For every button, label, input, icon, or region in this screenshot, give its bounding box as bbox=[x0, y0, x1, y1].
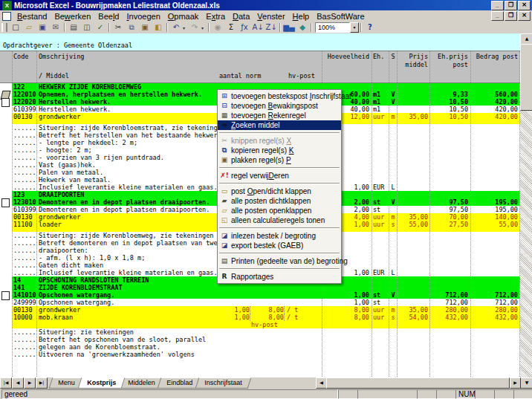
table-row[interactable]: 10000mob.kraan1,008,00/ t8,00uurs54,0043… bbox=[0, 314, 520, 321]
menu-separator bbox=[219, 132, 340, 134]
vertical-scroll-thumb[interactable] bbox=[520, 44, 532, 111]
context-menu-item-plakken-regel-s-p[interactable]: ▣plakken regel(s) P bbox=[218, 155, 341, 165]
cell-code: 249999 bbox=[13, 299, 37, 306]
horizontal-scroll-thumb[interactable] bbox=[326, 377, 510, 389]
chart-wizard-button[interactable]: ▆▄ bbox=[282, 22, 296, 33]
cell-omschrijving: Situering: zie tekeningen bbox=[39, 328, 321, 336]
print-preview-button[interactable]: ◫ bbox=[80, 22, 94, 33]
table-row[interactable]: hv-post bbox=[0, 321, 520, 328]
sheet-tab-label: Kostprijs bbox=[87, 378, 116, 387]
restore-button[interactable]: ❐ bbox=[505, 1, 517, 10]
save-button[interactable]: ▣ bbox=[36, 22, 49, 33]
help-button[interactable]: ? bbox=[363, 22, 377, 33]
function-button[interactable]: ƒx bbox=[238, 22, 251, 33]
cell-prijs-middel: 55,00 bbox=[398, 221, 428, 228]
context-menu-item-alleen-calculatieregels-tonen[interactable]: ◱alleen calculatieregels tonen bbox=[218, 215, 341, 225]
scroll-up-icon[interactable]: ▲ bbox=[520, 33, 532, 45]
scroll-down-icon[interactable]: ▼ bbox=[520, 377, 532, 389]
next-sheet-icon[interactable]: ▶ bbox=[24, 377, 36, 389]
cell-s: V bbox=[389, 291, 397, 299]
cell-code: 122010 bbox=[13, 91, 37, 98]
table-row[interactable]: ......Situering: zie tekeningen bbox=[0, 328, 520, 336]
new-button[interactable]: □ bbox=[9, 22, 22, 33]
paste-button[interactable]: ▣ bbox=[138, 22, 152, 33]
undo-button[interactable]: ↶ bbox=[169, 22, 183, 33]
map-button[interactable]: ◆ bbox=[296, 22, 309, 33]
menubar-item-bestand[interactable]: Bestand bbox=[13, 12, 51, 21]
cell-prijs-middel: 35,00 bbox=[398, 213, 428, 221]
header-omschrijving: Omschrijving bbox=[39, 53, 84, 60]
horizontal-scrollbar[interactable]: ◀ ▶ bbox=[316, 377, 520, 388]
menubar-item-opmaak[interactable]: Opmaak bbox=[164, 12, 203, 21]
menubar-item-invoegen[interactable]: Invoegen bbox=[123, 12, 163, 21]
menubar-item-bassoftware[interactable]: BasSoftWare bbox=[313, 12, 368, 21]
menubar-item-help[interactable]: Help bbox=[289, 12, 314, 21]
copy-button[interactable]: ⧉ bbox=[125, 22, 138, 33]
cell-s: s bbox=[389, 221, 397, 228]
toolbar-grip[interactable] bbox=[1, 23, 7, 32]
cell-code: ...... bbox=[13, 269, 37, 276]
zoom-dropdown-icon[interactable]: ▾ bbox=[350, 22, 359, 33]
context-menu-item-knippen-regel-s-x[interactable]: ✂knippen regel(s) X bbox=[218, 136, 341, 146]
context-menu-item-toevoegen-bestekspost-inschrijfstaat[interactable]: ⊞toevoegen bestekspost Inschrijfstaat bbox=[218, 91, 341, 101]
menubar-item-beeld[interactable]: Beeld bbox=[94, 12, 123, 21]
cut-button[interactable]: ✂ bbox=[111, 22, 125, 33]
context-menu-item-zoeken-middel[interactable]: ∞Zoeken middel bbox=[218, 120, 341, 130]
first-sheet-icon[interactable]: |◀ bbox=[0, 377, 12, 389]
context-menu-item-printen-gedeelte-van-de-begroting[interactable]: ▤Printen (gedeelte van de) begroting bbox=[218, 256, 341, 266]
context-menu-item-toevoegen-rekenregel[interactable]: ▦toevoegen Rekenregel bbox=[218, 111, 341, 120]
undo-dropdown-icon[interactable]: ▾ bbox=[183, 25, 188, 30]
redo-dropdown-icon[interactable]: ▾ bbox=[201, 25, 207, 30]
redo-button[interactable]: ↷ bbox=[188, 22, 201, 33]
context-menu-item-alle-posten-openklappen[interactable]: ▱alle posten openklappen bbox=[218, 206, 341, 215]
context-menu-item-kopieren-regel-s-k[interactable]: ⧉kopieren regel(s) K bbox=[218, 146, 341, 155]
table-row[interactable]: 249999Opschonen watergang.1,00st712,0071… bbox=[0, 299, 520, 306]
print-button[interactable]: ▤ bbox=[67, 22, 80, 33]
menubar-item-data[interactable]: Data bbox=[229, 12, 253, 21]
vertical-scrollbar[interactable]: ▲ ▼ bbox=[520, 33, 532, 388]
context-menu-item-alle-posten-dichtklappen[interactable]: ▰alle posten dichtklappen bbox=[218, 196, 341, 206]
close-button[interactable]: ✕ bbox=[518, 1, 531, 10]
menubar-item-bewerken[interactable]: Bewerken bbox=[51, 12, 94, 21]
menubar-item-extra[interactable]: Extra bbox=[202, 12, 229, 21]
sheet-tab-kostprijs[interactable]: Kostprijs bbox=[77, 377, 125, 389]
sheet-tab-inschrijfstaat[interactable]: Inschrijfstaat bbox=[195, 377, 251, 389]
workbook-minimize-button[interactable]: _ bbox=[491, 11, 504, 21]
context-menu-item-rapportages[interactable]: RRapportages bbox=[218, 272, 341, 282]
format-painter-button[interactable]: ◧ bbox=[152, 22, 165, 33]
menubar-item-venster[interactable]: Venster bbox=[253, 12, 288, 21]
prev-sheet-icon[interactable]: ◀ bbox=[12, 377, 24, 389]
workbook-restore-button[interactable]: ❐ bbox=[505, 11, 517, 21]
cell-aantal: 1,00 bbox=[214, 314, 250, 321]
last-sheet-icon[interactable]: ▶| bbox=[36, 377, 48, 389]
table-row[interactable]: 00130grondwerker1,008,00/ t8,00uurm35,00… bbox=[0, 306, 520, 314]
cell-code: ...... bbox=[13, 132, 37, 139]
workbook-icon[interactable] bbox=[2, 12, 11, 21]
table-row[interactable]: ......Uitvoeren na 'groenwerkzaamheden' … bbox=[0, 351, 520, 358]
table-row[interactable]: ......Betreft het opschonen van de sloot… bbox=[0, 336, 520, 343]
context-menu-item-post-open-dicht-klappen[interactable]: ▭post Open/dicht klappen bbox=[218, 186, 341, 196]
scroll-right-icon[interactable]: ▶ bbox=[510, 377, 521, 389]
spelling-button[interactable]: ✓ bbox=[94, 22, 107, 33]
autosum-button[interactable]: Σ bbox=[224, 22, 238, 33]
sort-desc-button[interactable]: Z↓ bbox=[265, 22, 278, 33]
context-menu-item-toevoegen-bewakingspost[interactable]: ⊟toevoegen Bewakingspost bbox=[218, 101, 341, 111]
workbook-close-button[interactable]: ✕ bbox=[518, 11, 531, 21]
table-row[interactable]: 141010Opschonen watergang.1,00stV712,007… bbox=[0, 291, 520, 299]
cell-norm-unit: / t bbox=[287, 314, 299, 321]
sheet-tab-label: Menu bbox=[58, 378, 75, 387]
email-button[interactable]: ✉ bbox=[49, 22, 62, 33]
sort-asc-button[interactable]: A↓ bbox=[251, 22, 265, 33]
table-row[interactable]: ......gelegen aan de Korenbloemstraat. bbox=[0, 343, 520, 351]
cell-code: ...... bbox=[13, 262, 37, 269]
table-row[interactable]: 141ZIJDE KORENBLOEMSTRAAT bbox=[0, 284, 520, 291]
hyperlink-button[interactable]: ◉ bbox=[211, 22, 224, 33]
minimize-button[interactable]: _ bbox=[491, 1, 504, 10]
scroll-left-icon[interactable]: ◀ bbox=[316, 377, 327, 389]
context-menu-item-regel-verwijderen[interactable]: ✗!regel verwijDeren bbox=[218, 171, 341, 181]
context-menu-item-export-bestek-gaeb-[interactable]: ◪export bestek (GAEB) bbox=[218, 241, 341, 250]
zoom-select[interactable]: 100% bbox=[315, 22, 350, 33]
open-button[interactable]: ▱ bbox=[22, 22, 36, 33]
cell-eh-prijs-post: 10,50 bbox=[431, 113, 468, 120]
context-menu-item-inlezen-bestek-begroting[interactable]: ◪inlezen bestek / begroting bbox=[218, 231, 341, 241]
